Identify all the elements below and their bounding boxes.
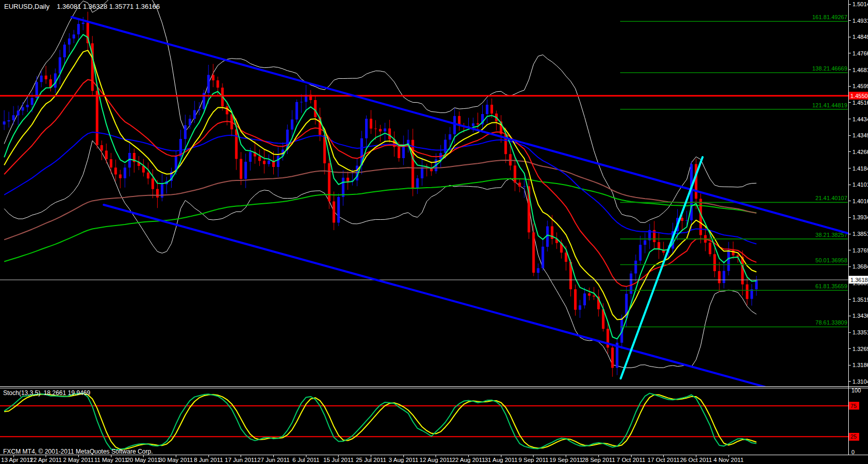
price-tick-label: 1.42665 — [852, 149, 868, 155]
fib-ratio-label: 50.0 — [816, 257, 827, 263]
date-tick-label: 8 Jun 2011 — [194, 457, 223, 463]
date-tick-label: 27 Jun 2011 — [257, 457, 289, 463]
price-tick-label: 1.48490 — [852, 34, 868, 40]
price-tick-label: 1.41015 — [852, 181, 868, 188]
fib-ratio-label: 61.8 — [816, 283, 827, 289]
price-tick-label: 1.32690 — [852, 346, 868, 352]
stoch-main-value: 18.2661 — [44, 389, 66, 397]
stochastic-indicator-label: Stoch(13,3,5)18.2661 19.9469 — [3, 389, 90, 397]
date-tick-label: 15 Jul 2011 — [324, 457, 354, 463]
date-tick-label: 9 Sep 2011 — [519, 457, 549, 463]
date-tick-label: 2 May 2011 — [63, 457, 94, 463]
stoch-scale-bottom-label: 0 — [851, 449, 855, 455]
stoch-name: Stoch(13,3,5) — [3, 389, 40, 397]
price-tick-label: 1.49315 — [852, 18, 868, 24]
price-tick-label: 1.46815 — [852, 67, 868, 73]
axes-layer: 1.501401.493151.484901.476651.468151.459… — [0, 0, 868, 463]
stoch-lower-level-badge-label: 25 — [850, 433, 857, 440]
date-tick-label: 19 Sep 2011 — [549, 457, 582, 463]
ema-200-line — [4, 179, 757, 262]
stoch-scale-top-label: 100 — [851, 387, 861, 393]
fib-price-label: 1.35659 — [827, 283, 847, 289]
price-tick-label: 1.45165 — [852, 100, 868, 106]
date-tick-label: 31 Aug 2011 — [484, 457, 517, 463]
fib-price-label: 1.49267 — [827, 14, 847, 20]
price-tick-label: 1.31040 — [852, 378, 868, 385]
current-price-badge-label: 1.36186 — [850, 277, 868, 283]
date-tick-label: 11 May 2011 — [94, 457, 128, 463]
price-tick-label: 1.37690 — [852, 247, 868, 254]
stoch-signal-line — [4, 393, 757, 449]
fib-price-label: 1.36958 — [827, 257, 847, 263]
price-tick-label: 1.38515 — [852, 231, 868, 237]
date-tick-label: 17 Oct 2011 — [648, 457, 680, 463]
steep-ascending-line[interactable] — [621, 157, 703, 378]
price-tick-label: 1.50140 — [852, 1, 868, 7]
ema-144-line — [4, 160, 757, 240]
date-tick-label: 30 May 2011 — [159, 457, 193, 463]
fib-price-label: 1.40107 — [827, 195, 847, 201]
fib-ratio-label: 138.2 — [812, 65, 827, 72]
date-tick-label: 6 Jul 2011 — [292, 457, 319, 463]
chart-title: EURUSD,Daily1.36081 1.36328 1.35771 1.36… — [4, 3, 160, 10]
date-tick-label: 4 Nov 2011 — [713, 457, 744, 463]
bollinger-lower-band — [4, 140, 757, 368]
price-tick-label: 1.43490 — [852, 132, 868, 138]
stoch-upper-level-badge-label: 75 — [850, 403, 857, 409]
price-tick-label: 1.33515 — [852, 329, 868, 335]
date-tick-label: 3 Aug 2011 — [389, 457, 418, 463]
price-tick-label: 1.39340 — [852, 214, 868, 220]
chart-window: 161.81.49267138.21.46669121.41.4481921.4… — [0, 0, 868, 464]
fib-ratio-label: 21.4 — [816, 195, 827, 201]
date-tick-label: 12 Aug 2011 — [419, 457, 453, 463]
descending-channel-lower[interactable] — [104, 205, 765, 387]
date-tick-label: 28 Sep 2011 — [582, 457, 615, 463]
fib-ratio-label: 78.6 — [816, 319, 827, 326]
date-tick-label: 25 Jul 2011 — [356, 457, 386, 463]
fib-ratio-label: 38.2 — [816, 232, 827, 238]
fib-price-label: 1.44819 — [827, 102, 847, 108]
descending-channel-upper[interactable] — [72, 17, 848, 233]
price-tick-label: 1.47665 — [852, 50, 868, 57]
price-tick-label: 1.34365 — [852, 313, 868, 319]
fib-price-label: 1.33809 — [827, 319, 847, 326]
bullish-candle-wicks — [4, 17, 757, 375]
ohlc-values: 1.36081 1.36328 1.35771 1.36166 — [57, 3, 160, 10]
date-tick-label: 7 Oct 2011 — [617, 457, 645, 463]
date-tick-label: 26 Oct 2011 — [680, 457, 712, 463]
fib-ratio-label: 121.4 — [812, 102, 827, 108]
date-tick-label: 22 Apr 2011 — [30, 457, 62, 463]
copyright-notice: FXCM MT4, © 2001-2011 MetaQuotes Softwar… — [3, 448, 153, 455]
price-tick-label: 1.40165 — [852, 198, 868, 204]
date-tick-label: 20 May 2011 — [127, 457, 161, 463]
price-tick-label: 1.31865 — [852, 362, 868, 368]
bollinger-upper-band — [4, 0, 757, 222]
stoch-main-line — [4, 393, 757, 450]
ema-10-line — [4, 50, 757, 319]
price-tick-label: 1.44340 — [852, 116, 868, 122]
price-tick-label: 1.41840 — [852, 165, 868, 172]
resistance-price-badge-label: 1.45504 — [850, 93, 868, 99]
symbol-timeframe-label: EURUSD,Daily — [4, 3, 49, 10]
ema-21-line — [4, 80, 757, 287]
fib-price-label: 1.46669 — [827, 65, 847, 72]
price-chart-canvas[interactable]: 161.81.49267138.21.46669121.41.4481921.4… — [0, 0, 868, 464]
date-tick-label: 17 Jun 2011 — [225, 457, 257, 463]
price-tick-label: 1.35190 — [852, 297, 868, 303]
fib-ratio-label: 161.8 — [812, 14, 827, 20]
ema-55-line — [4, 132, 757, 244]
date-tick-label: 13 Apr 2011 — [1, 457, 33, 463]
date-tick-label: 22 Aug 2011 — [452, 457, 485, 463]
stochastic-panel-layer[interactable] — [0, 393, 848, 450]
price-tick-label: 1.36840 — [852, 263, 868, 270]
main-plot-layer: 161.81.49267138.21.46669121.41.4481921.4… — [0, 0, 848, 387]
price-tick-label: 1.45990 — [852, 83, 868, 89]
stoch-signal-value: 19.9469 — [68, 389, 90, 397]
